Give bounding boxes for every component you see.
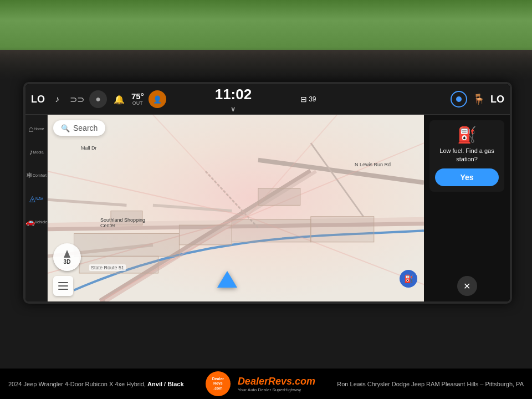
sidebar-item-media[interactable]: ♪ Media <box>27 142 47 162</box>
signal-display: ⊟ 39 <box>300 95 316 104</box>
hamburger-icon <box>58 282 68 283</box>
right-panel: ⛽ Low fuel. Find a gas station? Yes ✕ <box>424 115 510 301</box>
search-label: Search <box>73 124 98 132</box>
fuel-alert-text: Low fuel. Find a gas station? <box>435 147 499 164</box>
caption-right: Ron Lewis Chrysler Dodge Jeep RAM Pleasa… <box>337 381 524 387</box>
hamburger-icon <box>58 289 68 290</box>
svg-line-14 <box>48 171 248 217</box>
dealer-revs-logo-icon: DealerRevs.com <box>206 371 231 396</box>
clock-display: 11:02 ∨ <box>171 86 296 113</box>
avatar-icon[interactable]: 👤 <box>149 90 166 108</box>
sidebar-item-vehicle[interactable]: 🚗 Vehicle <box>27 212 47 232</box>
compass-arrow-icon <box>64 250 70 258</box>
notification-icon[interactable]: 🔔 <box>111 91 127 107</box>
map-search-bar[interactable]: 🔍 Search <box>53 120 105 136</box>
svg-line-7 <box>48 200 126 205</box>
road-label-lewis: N Lewis Run Rd <box>355 162 391 167</box>
volume-right: LO <box>490 94 504 105</box>
3d-label: 3D <box>64 259 71 265</box>
sidebar-item-comfort[interactable]: ❄ Comfort <box>27 166 47 186</box>
sidebar-item-home[interactable]: ⌂ Home <box>27 119 47 139</box>
road-label-mall: Mall Dr <box>81 145 97 151</box>
close-button[interactable]: ✕ <box>457 276 477 296</box>
svg-rect-23 <box>258 188 300 206</box>
hamburger-icon <box>58 285 68 287</box>
map-menu-button[interactable] <box>53 276 73 296</box>
svg-rect-21 <box>311 217 374 242</box>
main-content: ⌂ Home ♪ Media ❄ Comfort ◬ NAV 🚗 Vehicle <box>25 115 510 301</box>
svg-rect-17 <box>74 233 179 256</box>
search-icon: 🔍 <box>61 124 70 132</box>
road-label-shopping: Southland ShoppingCenter <box>100 217 145 228</box>
svg-line-15 <box>153 115 248 217</box>
dealer-logo: DealerRevs.com DealerRevs.com Your Auto … <box>206 371 315 396</box>
volume-left: LO <box>31 94 45 105</box>
music-icon[interactable]: ♪ <box>49 91 65 107</box>
color-badge: Anvil / Black <box>147 381 183 387</box>
temperature-display: 75° OUT <box>131 92 144 106</box>
infotainment-screen: LO ♪ ⊃⊃ ● 🔔 75° OUT 👤 11:02 ∨ ⊟ 39 🪑 LO <box>23 82 512 304</box>
phone-icon[interactable] <box>451 91 467 108</box>
fuel-icon: ⛽ <box>435 126 499 144</box>
svg-rect-19 <box>179 225 232 245</box>
audio-icon[interactable]: ⊃⊃ <box>69 91 85 107</box>
status-right-group: 🪑 LO <box>451 91 504 108</box>
sidebar-item-nav[interactable]: ◬ NAV <box>27 189 47 209</box>
bottom-info-bar: 2024 Jeep Wrangler 4-Door Rubicon X 4xe … <box>0 369 532 399</box>
svg-rect-20 <box>232 219 310 242</box>
map-3d-button[interactable]: 3D <box>53 243 81 271</box>
caption-left: 2024 Jeep Wrangler 4-Door Rubicon X 4xe … <box>8 381 184 387</box>
map-location-icon[interactable]: ⛽ <box>400 270 417 288</box>
svg-line-4 <box>258 160 424 183</box>
car-interior-photo <box>0 0 532 80</box>
navigation-arrow <box>217 271 237 288</box>
seat-icon: 🪑 <box>473 93 485 105</box>
left-sidebar: ⌂ Home ♪ Media ❄ Comfort ◬ NAV 🚗 Vehicle <box>25 115 48 301</box>
status-bar: LO ♪ ⊃⊃ ● 🔔 75° OUT 👤 11:02 ∨ ⊟ 39 🪑 LO <box>25 84 510 115</box>
map-display: 🔍 Search Mall Dr N Lewis Run Rd Southlan… <box>48 115 424 301</box>
fuel-yes-button[interactable]: Yes <box>435 168 499 186</box>
road-label-route51: State Route 51 <box>89 264 126 271</box>
fuel-alert-card: ⛽ Low fuel. Find a gas station? Yes <box>429 120 504 192</box>
wifi-icon: ⊟ <box>300 95 307 104</box>
dealer-revs-tagline: DealerRevs.com Your Auto Dealer SuperHig… <box>238 376 315 392</box>
mode-icon[interactable]: ● <box>89 90 107 108</box>
